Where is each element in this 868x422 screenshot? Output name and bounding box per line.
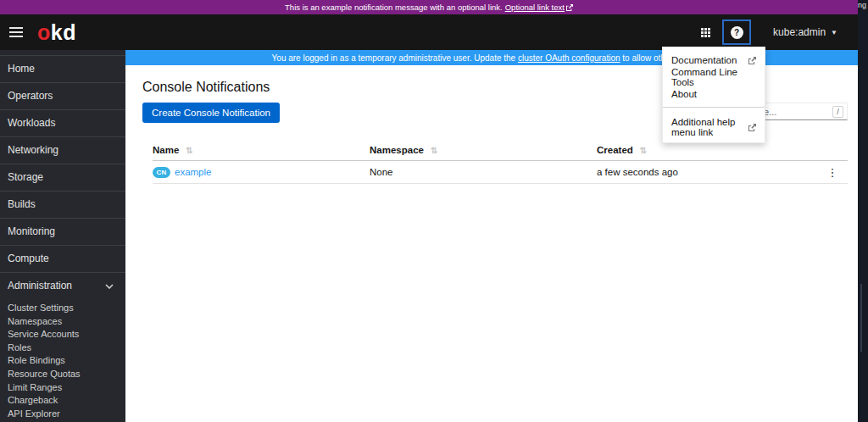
notifications-table: Name⇅ Namespace⇅ Created⇅ CN example Non… bbox=[153, 140, 848, 184]
administration-subnav: Cluster Settings Namespaces Service Acco… bbox=[0, 299, 125, 420]
sidebar-nav: Home Operators Workloads Networking Stor… bbox=[0, 50, 125, 422]
sidebar-item-service-accounts[interactable]: Service Accounts bbox=[0, 328, 125, 341]
sidebar-item-operators[interactable]: Operators bbox=[0, 82, 125, 109]
column-header-name[interactable]: Name⇅ bbox=[153, 145, 370, 155]
oauth-configuration-link[interactable]: cluster OAuth configuration bbox=[518, 53, 620, 63]
resource-link-example[interactable]: example bbox=[175, 167, 211, 177]
sidebar-item-resource-quotas[interactable]: Resource Quotas bbox=[0, 368, 125, 381]
menu-item-additional-help-link[interactable]: Additional help menu link bbox=[663, 119, 765, 136]
sidebar-item-chargeback[interactable]: Chargeback bbox=[0, 394, 125, 408]
okd-logo[interactable]: okd bbox=[37, 14, 76, 50]
namespace-cell: None bbox=[370, 167, 597, 177]
column-header-created[interactable]: Created⇅ bbox=[597, 145, 817, 155]
sidebar-item-monitoring[interactable]: Monitoring bbox=[0, 218, 125, 245]
sidebar-item-networking[interactable]: Networking bbox=[0, 136, 125, 164]
sidebar-item-storage[interactable]: Storage bbox=[0, 164, 125, 191]
sort-icon: ⇅ bbox=[431, 146, 437, 155]
banner-optional-link[interactable]: Optional link text bbox=[505, 3, 573, 12]
chevron-down-icon bbox=[105, 284, 114, 289]
sidebar-item-workloads[interactable]: Workloads bbox=[0, 109, 125, 136]
sidebar-item-cluster-settings[interactable]: Cluster Settings bbox=[0, 302, 125, 315]
sidebar-item-builds[interactable]: Builds bbox=[0, 191, 125, 218]
sidebar-item-role-bindings[interactable]: Role Bindings bbox=[0, 354, 125, 368]
help-button[interactable]: ? bbox=[722, 19, 751, 45]
masthead: okd ? kube:admin ▼ bbox=[0, 14, 858, 50]
info-text-before: You are logged in as a temporary adminis… bbox=[272, 53, 518, 63]
column-header-namespace[interactable]: Namespace⇅ bbox=[370, 145, 597, 155]
sort-icon: ⇅ bbox=[186, 146, 192, 155]
menu-item-documentation[interactable]: Documentation bbox=[663, 52, 765, 69]
table-row: CN example None a few seconds ago ⋮ bbox=[153, 161, 848, 184]
create-console-notification-button[interactable]: Create Console Notification bbox=[142, 103, 280, 123]
sidebar-item-home[interactable]: Home bbox=[0, 55, 125, 82]
sidebar-item-namespaces[interactable]: Namespaces bbox=[0, 315, 125, 329]
app-window: This is an example notification message … bbox=[0, 0, 868, 422]
menu-divider bbox=[663, 107, 765, 108]
sort-icon: ⇅ bbox=[640, 146, 647, 155]
created-cell: a few seconds ago bbox=[597, 167, 817, 177]
question-circle-icon: ? bbox=[731, 26, 743, 39]
kebab-menu-icon[interactable]: ⋮ bbox=[817, 167, 848, 178]
app-launcher-icon[interactable] bbox=[701, 28, 710, 37]
slash-shortcut-badge: / bbox=[832, 106, 843, 118]
sidebar-item-administration[interactable]: Administration bbox=[0, 272, 125, 299]
menu-item-command-line-tools[interactable]: Command Line Tools bbox=[663, 69, 765, 86]
edge-text-fragment: ng bbox=[858, 1, 866, 9]
sidebar-item-compute[interactable]: Compute bbox=[0, 245, 125, 272]
page-title: Console Notifications bbox=[142, 80, 270, 95]
scrollbar-thumb bbox=[860, 284, 862, 352]
sidebar-item-api-explorer[interactable]: API Explorer bbox=[0, 408, 125, 421]
sidebar-item-limit-ranges[interactable]: Limit Ranges bbox=[0, 381, 125, 395]
help-dropdown-menu: Documentation Command Line Tools About A… bbox=[662, 47, 765, 143]
caret-down-icon: ▼ bbox=[831, 29, 837, 36]
sidebar-item-roles[interactable]: Roles bbox=[0, 341, 125, 355]
menu-toggle-icon[interactable] bbox=[9, 27, 23, 37]
masthead-toolbar: ? kube:admin ▼ bbox=[701, 19, 837, 45]
banner-message: This is an example notification message … bbox=[285, 3, 503, 12]
external-link-icon bbox=[748, 57, 756, 64]
background-window-edge: ng bbox=[858, 0, 868, 422]
external-link-icon bbox=[566, 4, 573, 11]
custom-notification-banner: This is an example notification message … bbox=[0, 0, 858, 14]
menu-item-about[interactable]: About bbox=[663, 86, 765, 103]
resource-badge: CN bbox=[153, 167, 170, 178]
username: kube:admin bbox=[773, 26, 826, 38]
external-link-icon bbox=[748, 124, 756, 131]
user-menu[interactable]: kube:admin ▼ bbox=[773, 26, 837, 38]
